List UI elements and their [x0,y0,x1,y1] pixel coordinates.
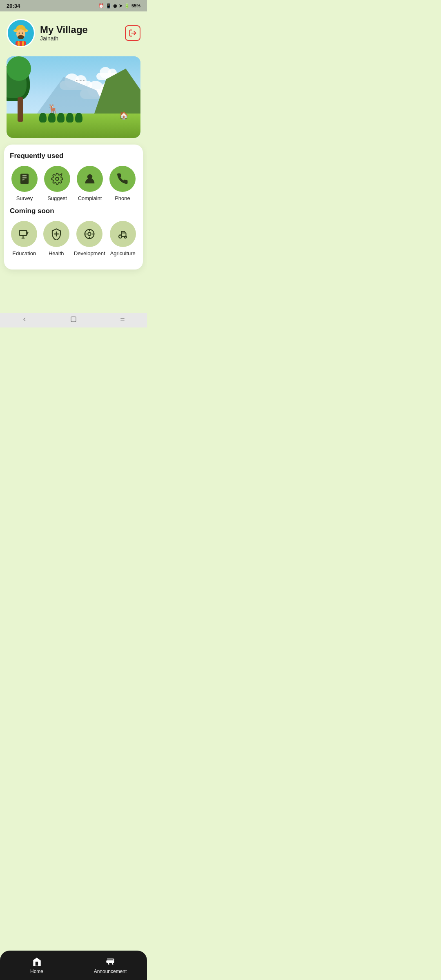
recents-button[interactable] [116,315,129,323]
system-nav [0,313,147,327]
data-icon: ➤ [119,3,122,9]
shrub [39,113,47,122]
health-label: Health [49,250,64,256]
svg-rect-7 [18,41,20,46]
svg-point-3 [18,35,24,39]
agriculture-icon [117,228,129,240]
status-icons: ⏰ 📳 ◉ ➤ 🔋 55% [98,3,140,9]
svg-rect-28 [71,317,76,322]
svg-point-15 [56,177,59,180]
header-left: My Village Jainath [7,19,88,47]
tree-top [7,65,30,101]
back-icon [21,316,28,323]
complaint-item[interactable]: Complaint [75,166,105,201]
shrubs [39,113,82,122]
status-time: 20:34 [7,3,20,9]
svg-point-16 [61,173,62,174]
health-icon-circle [43,221,69,247]
battery-icon: 🔋 [124,3,130,9]
tree-top2 [7,56,31,81]
coming-soon-grid: Education Health [10,221,137,256]
education-label: Education [12,250,36,256]
phone-item[interactable]: Phone [108,166,137,201]
health-icon [50,228,62,240]
svg-point-4 [19,33,20,34]
development-label: Development [74,250,105,256]
svg-point-5 [22,33,23,34]
back-button[interactable] [18,315,31,323]
suggest-icon-circle [44,166,70,192]
coming-soon-title: Coming soon [10,207,137,215]
home-gesture-button[interactable] [67,315,80,323]
svg-point-14 [23,180,26,183]
education-item[interactable]: Education [10,221,38,256]
svg-rect-8 [22,41,24,46]
shrub [48,113,56,122]
vibrate-icon: 📳 [106,3,111,9]
frequently-used-title: Frequently used [10,152,137,160]
avatar [7,19,35,47]
svg-point-19 [27,234,29,235]
battery-level: 55% [131,3,140,8]
svg-point-23 [88,232,91,236]
house: 🏠 [119,111,128,120]
suggest-icon [51,173,63,185]
header-title: My Village Jainath [40,24,88,42]
svg-rect-6 [16,41,26,46]
survey-item[interactable]: Survey [10,166,39,201]
suggest-item[interactable]: Suggest [42,166,72,201]
home-gesture-icon [70,316,77,323]
agriculture-icon-circle [110,221,136,247]
complaint-label: Complaint [78,195,102,201]
wifi-icon: ◉ [113,3,117,9]
avatar-image [8,21,33,46]
svg-rect-18 [20,230,27,236]
education-icon [18,228,30,240]
survey-icon-circle [11,166,38,192]
coming-soon-section: Coming soon Education [10,207,137,256]
phone-label: Phone [115,195,130,201]
app-name: My Village [40,24,88,35]
header: My Village Jainath [0,11,147,51]
features-card: Frequently used Survey [4,145,143,270]
frequently-used-grid: Survey Suggest [10,166,137,201]
recents-icon [119,316,126,323]
phone-icon [116,173,129,185]
logout-icon [129,29,137,37]
logout-button[interactable] [125,25,140,41]
village-banner: 🦌 ~ ~ ~ 🏠 [7,56,140,138]
phone-icon-circle [109,166,136,192]
survey-label: Survey [16,195,33,201]
birds: ~ ~ ~ [76,79,85,83]
complaint-icon [84,173,96,185]
suggest-label: Suggest [47,195,67,201]
agriculture-label: Agriculture [110,250,136,256]
survey-icon [18,173,31,185]
shrub [57,113,65,122]
agriculture-item[interactable]: Agriculture [109,221,137,256]
development-icon-circle [76,221,102,247]
shrub [75,113,82,122]
health-item[interactable]: Health [42,221,70,256]
development-item[interactable]: Development [74,221,105,256]
village-name: Jainath [40,35,88,42]
development-icon [83,228,96,240]
education-icon-circle [11,221,37,247]
tree [11,65,30,122]
tree-trunk [18,97,23,122]
shrub [66,113,74,122]
complaint-icon-circle [77,166,103,192]
alarm-icon: ⏰ [98,3,104,9]
status-bar: 20:34 ⏰ 📳 ◉ ➤ 🔋 55% [0,0,147,11]
